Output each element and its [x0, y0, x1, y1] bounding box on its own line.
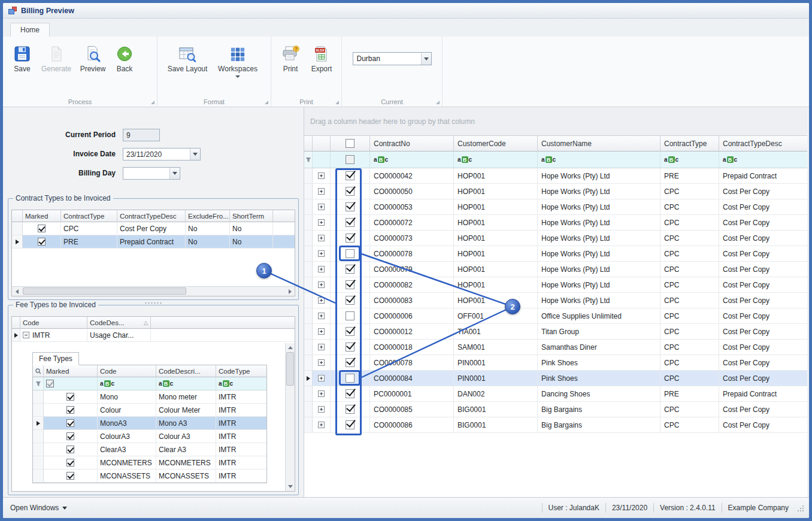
current-period-input[interactable]: 9	[123, 129, 160, 141]
expand-row-icon[interactable]	[318, 266, 325, 272]
marked-checkbox[interactable]	[66, 472, 74, 480]
contract-row[interactable]: CO0000073 HOP001 Hope Works (Pty) Ltd CP…	[304, 231, 807, 246]
contract-row[interactable]: CO0000050 HOP001 Hope Works (Pty) Ltd CP…	[304, 184, 807, 199]
row-checkbox[interactable]	[346, 343, 355, 352]
marked-filter-checkbox[interactable]	[46, 380, 54, 387]
scrollbar-thumb[interactable]	[23, 287, 186, 295]
dialog-launcher-icon[interactable]	[151, 101, 154, 104]
contract-row[interactable]: CO0000072 HOP001 Hope Works (Pty) Ltd CP…	[304, 215, 807, 231]
row-checkbox[interactable]	[346, 234, 355, 243]
abc-filter-icon[interactable]: aBc	[219, 380, 233, 387]
contract-row[interactable]: CO0000082 HOP001 Hope Works (Pty) Ltd CP…	[304, 277, 807, 293]
abc-filter-icon[interactable]: aBc	[159, 380, 173, 387]
marked-checkbox[interactable]	[66, 406, 74, 414]
row-checkbox[interactable]	[346, 405, 355, 414]
marked-checkbox[interactable]	[66, 432, 74, 440]
row-checkbox[interactable]	[346, 374, 355, 383]
fee-type-row[interactable]: Colour Colour Meter IMTR	[33, 404, 266, 417]
column-header-contract-type-desc[interactable]: ContractTypeDesc	[117, 210, 186, 222]
expand-row-icon[interactable]	[318, 422, 325, 428]
marked-checkbox[interactable]	[66, 446, 74, 453]
contract-row[interactable]: CO0000083 HOP001 Hope Works (Pty) Ltd CP…	[304, 293, 807, 308]
expand-row-icon[interactable]	[318, 328, 325, 335]
filter-customer-code[interactable]: aBc	[454, 152, 538, 168]
contract-row[interactable]: CO0000053 HOP001 Hope Works (Pty) Ltd CP…	[304, 199, 807, 215]
column-header-code[interactable]: Code	[20, 317, 87, 329]
marked-checkbox[interactable]	[66, 459, 74, 467]
dialog-launcher-icon[interactable]	[436, 101, 440, 104]
title-bar[interactable]: Billing Preview	[3, 3, 809, 19]
save-button[interactable]: Save	[8, 44, 37, 73]
contract-type-row[interactable]: CPC Cost Per Copy No No	[12, 222, 295, 235]
tab-fee-types[interactable]: Fee Types	[32, 352, 79, 365]
row-checkbox[interactable]	[346, 389, 355, 398]
expand-row-icon[interactable]	[318, 281, 325, 288]
current-branch-combobox[interactable]: Durban	[353, 52, 432, 65]
scroll-right-button[interactable]	[285, 287, 295, 296]
fee-type-row[interactable]: Mono Mono meter IMTR	[33, 390, 266, 404]
column-header-customer-name[interactable]: CustomerName	[538, 136, 660, 152]
contract-row[interactable]: CO0000042 HOP001 Hope Works (Pty) Ltd PR…	[304, 168, 807, 184]
column-header-code[interactable]: Code	[98, 365, 156, 377]
chevron-down-icon[interactable]	[169, 168, 180, 179]
column-header-code-type[interactable]: CodeType	[216, 365, 266, 377]
row-checkbox[interactable]	[346, 311, 355, 320]
fee-type-row[interactable]: MCONMETERS MCONMETERS IMTR	[33, 456, 266, 469]
open-windows-button[interactable]: Open Windows	[10, 504, 67, 512]
column-header-contract-type[interactable]: ContractType	[660, 136, 719, 152]
column-header-marked[interactable]: Marked	[44, 365, 98, 377]
expand-row-icon[interactable]	[318, 204, 325, 210]
row-checkbox[interactable]	[346, 358, 355, 367]
contract-row[interactable]: CO0000085 BIG0001 Big Bargains CPC Cost …	[304, 402, 807, 417]
column-header-customer-code[interactable]: CustomerCode	[454, 136, 538, 152]
expand-row-icon[interactable]	[318, 359, 325, 366]
row-checkbox[interactable]	[346, 327, 355, 336]
scroll-up-button[interactable]	[286, 343, 295, 352]
dialog-launcher-icon[interactable]	[265, 101, 268, 104]
save-layout-button[interactable]: Save Layout	[162, 44, 213, 73]
invoice-date-combobox[interactable]: 23/11/2020	[123, 148, 201, 160]
group-by-panel[interactable]: Drag a column header here to group by th…	[304, 107, 807, 136]
expand-row-icon[interactable]	[318, 172, 325, 179]
expand-row-icon[interactable]	[318, 344, 325, 350]
fee-type-row[interactable]: MonoA3 Mono A3 IMTR	[33, 417, 266, 430]
export-button[interactable]: XLSX Export	[306, 44, 337, 73]
row-checkbox[interactable]	[346, 202, 355, 211]
filter-contract-type-desc[interactable]: aBc	[719, 152, 807, 168]
column-header-contract-type[interactable]: ContractType	[61, 210, 117, 222]
column-header-code-desc[interactable]: CodeDes...△	[87, 317, 151, 329]
chevron-down-icon[interactable]	[421, 53, 431, 65]
contract-row[interactable]: CO0000078 PIN0001 Pink Shoes CPC Cost Pe…	[304, 355, 807, 371]
expand-row-icon[interactable]	[318, 219, 325, 226]
contract-row[interactable]: CO0000084 PIN0001 Pink Shoes CPC Cost Pe…	[304, 371, 807, 386]
contract-row[interactable]: CO0000079 HOP001 Hope Works (Pty) Ltd CP…	[304, 262, 807, 277]
expand-row-icon[interactable]	[318, 390, 325, 397]
row-checkbox[interactable]	[346, 187, 355, 196]
scroll-down-button[interactable]	[286, 482, 295, 491]
marked-checkbox[interactable]	[66, 419, 74, 427]
select-all-checkbox[interactable]	[346, 139, 355, 148]
contract-row[interactable]: PC0000001 DAN002 Dancing Shoes PRE Prepa…	[304, 386, 807, 402]
abc-filter-icon[interactable]: aBc	[100, 380, 114, 387]
filter-contract-no[interactable]: aBc	[370, 152, 454, 168]
generate-button[interactable]: Generate	[38, 44, 75, 73]
expand-row-icon[interactable]	[318, 313, 325, 319]
fee-type-row[interactable]: ClearA3 Clear A3 IMTR	[33, 443, 266, 456]
resize-grip[interactable]	[796, 504, 804, 512]
row-checkbox[interactable]	[346, 171, 355, 180]
scrollbar-track[interactable]	[286, 352, 295, 482]
row-checkbox[interactable]	[346, 265, 355, 274]
print-button[interactable]: ? Print	[276, 44, 305, 73]
row-checkbox[interactable]	[346, 296, 355, 305]
scrollbar-track[interactable]	[22, 287, 285, 296]
chevron-down-icon[interactable]	[190, 149, 200, 160]
row-checkbox[interactable]	[346, 249, 355, 258]
filter-customer-name[interactable]: aBc	[538, 152, 660, 168]
row-checkbox[interactable]	[346, 280, 355, 289]
contract-row[interactable]: CO0000078 HOP001 Hope Works (Pty) Ltd CP…	[304, 246, 807, 262]
column-header-contract-no[interactable]: ContractNo	[370, 136, 454, 152]
collapse-group-icon[interactable]	[23, 332, 29, 338]
expand-row-icon[interactable]	[318, 406, 325, 413]
billing-day-combobox[interactable]	[123, 167, 180, 180]
column-header-marked[interactable]: Marked	[23, 210, 61, 222]
